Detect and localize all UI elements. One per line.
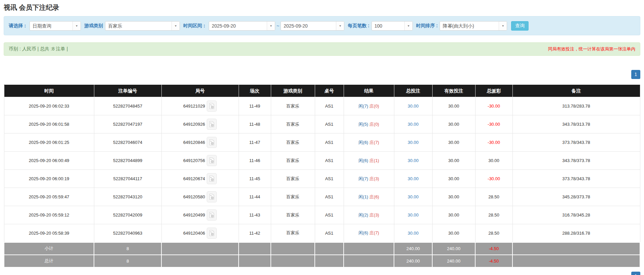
video-replay-button[interactable] <box>207 137 217 148</box>
table-body: 2025-09-20 06:02:33 522827048457 6491210… <box>4 97 640 242</box>
table-row: 2025-09-20 06:00:49 522827044899 6491207… <box>4 152 640 170</box>
cell-round-id: 649120926 <box>161 115 239 133</box>
result-player: 闲(7) <box>358 176 368 181</box>
cell-result: 闲(6) 庄(7) <box>344 133 394 152</box>
cell-result: 闲(7) 庄(0) <box>344 97 394 115</box>
result-banker: 庄(0) <box>369 104 379 109</box>
total-bet-link[interactable]: 30.00 <box>408 176 419 181</box>
video-replay-button[interactable] <box>207 191 217 202</box>
video-replay-button[interactable] <box>207 228 217 239</box>
page-size-select[interactable]: 100 ▾ <box>371 21 413 31</box>
col-round-id: 局号 <box>161 85 239 97</box>
cell-remark: 343.78/373.78 <box>512 152 640 170</box>
date-to-select[interactable]: 2025-09-20 ▾ <box>281 21 344 31</box>
game-type-select[interactable]: 百家乐 ▾ <box>105 21 180 31</box>
col-time: 时间 <box>4 85 94 97</box>
cell-session: 11-49 <box>239 97 271 115</box>
result-banker: 庄(7) <box>369 140 379 145</box>
total-bet-link[interactable]: 30.00 <box>408 158 419 163</box>
page-size-value: 100 <box>372 22 404 30</box>
subtotal-valid-bet: 240.00 <box>432 242 475 255</box>
video-replay-button[interactable] <box>207 119 217 130</box>
total-bet-link[interactable]: 30.00 <box>408 212 419 218</box>
cell-time: 2025-09-20 05:59:12 <box>4 206 94 224</box>
query-type-select[interactable]: 日期查询 ▾ <box>30 21 81 31</box>
date-from-value: 2025-09-20 <box>209 22 267 30</box>
cell-time: 2025-09-20 05:59:47 <box>4 188 94 206</box>
chevron-down-icon[interactable]: ▾ <box>267 22 275 30</box>
cell-remark: 288.28/316.78 <box>512 224 640 242</box>
total-bet-link[interactable]: 30.00 <box>408 104 419 109</box>
total-bet-link[interactable]: 30.00 <box>408 194 419 199</box>
time-sort-select[interactable]: 降幂(由大到小) ▾ <box>440 21 507 31</box>
cell-session: 11-42 <box>239 224 271 242</box>
cell-game-type: 百家乐 <box>271 97 315 115</box>
cell-result: 闲(6) 庄(1) <box>344 152 394 170</box>
total-payout: -4.50 <box>475 255 512 267</box>
cell-valid-bet: 30.00 <box>432 170 475 188</box>
cell-result: 闲(5) 庄(0) <box>344 115 394 133</box>
cell-bet-id: 522827044117 <box>94 170 161 188</box>
cell-payout: 28.50 <box>475 188 512 206</box>
total-count: 8 <box>94 255 161 267</box>
cell-total-bet: 30.00 <box>394 115 432 133</box>
cell-remark: 345.28/373.78 <box>512 188 640 206</box>
cell-total-bet: 30.00 <box>394 133 432 152</box>
total-bet-link[interactable]: 30.00 <box>408 122 419 127</box>
cell-table-no: AS1 <box>315 133 344 152</box>
cell-remark: 373.78/343.78 <box>512 133 640 152</box>
film-file-icon <box>209 121 214 127</box>
cell-table-no: AS1 <box>315 170 344 188</box>
summary-currency-total: 币别 : 人民币 | 总共 :8 注单 | <box>9 46 68 52</box>
chevron-down-icon[interactable]: ▾ <box>171 22 180 30</box>
date-from-select[interactable]: 2025-09-20 ▾ <box>209 21 275 31</box>
cell-valid-bet: 30.00 <box>432 206 475 224</box>
cell-round-id: 649120580 <box>161 188 239 206</box>
video-replay-button[interactable] <box>207 101 217 112</box>
chevron-down-icon[interactable]: ▾ <box>404 22 412 30</box>
cell-game-type: 百家乐 <box>271 188 315 206</box>
col-table-no: 桌号 <box>315 85 344 97</box>
cell-round-id: 649120406 <box>161 224 239 242</box>
cell-table-no: AS1 <box>315 224 344 242</box>
total-bet-link[interactable]: 30.00 <box>408 140 419 145</box>
pagination-page-1-bottom[interactable]: 1 <box>631 272 640 275</box>
cell-bet-id: 522827043120 <box>94 188 161 206</box>
col-bet-id: 注单编号 <box>94 85 161 97</box>
total-row: 总计 8 240.00 240.00 -4.50 <box>4 255 640 267</box>
film-file-icon <box>209 103 214 109</box>
cell-total-bet: 30.00 <box>394 152 432 170</box>
cell-bet-id: 522827040963 <box>94 224 161 242</box>
cell-valid-bet: 30.00 <box>432 188 475 206</box>
table-header-row: 时间 注单编号 局号 场次 游戏类别 桌号 结果 总投注 有效投注 总派彩 备注 <box>4 85 640 97</box>
search-button[interactable]: 查询 <box>511 21 529 31</box>
page-size-label: 每页笔数 : <box>348 23 369 29</box>
cell-payout: -30.00 <box>475 115 512 133</box>
cell-payout: 30.00 <box>475 152 512 170</box>
cell-bet-id: 522827046074 <box>94 133 161 152</box>
total-bet-link[interactable]: 30.00 <box>408 231 419 236</box>
film-file-icon <box>209 157 214 164</box>
pagination-page-1[interactable]: 1 <box>631 70 640 79</box>
col-valid-bet: 有效投注 <box>432 85 475 97</box>
cell-session: 11-47 <box>239 133 271 152</box>
cell-game-type: 百家乐 <box>271 133 315 152</box>
chevron-down-icon[interactable]: ▾ <box>72 22 81 30</box>
subtotal-label: 小计 <box>4 242 94 255</box>
result-banker: 庄(7) <box>369 230 379 235</box>
cell-valid-bet: 30.00 <box>432 224 475 242</box>
cell-time: 2025-09-20 05:58:39 <box>4 224 94 242</box>
video-replay-button[interactable] <box>207 155 217 166</box>
chevron-down-icon[interactable]: ▾ <box>499 22 507 30</box>
col-payout: 总派彩 <box>475 85 512 97</box>
cell-game-type: 百家乐 <box>271 170 315 188</box>
cell-remark: 373.78/343.78 <box>512 170 640 188</box>
cell-total-bet: 30.00 <box>394 206 432 224</box>
cell-remark: 316.78/345.28 <box>512 206 640 224</box>
chevron-down-icon[interactable]: ▾ <box>336 22 344 30</box>
table-row: 2025-09-20 05:58:39 522827040963 6491204… <box>4 224 640 242</box>
total-total-bet: 240.00 <box>394 255 432 267</box>
video-replay-button[interactable] <box>207 209 217 221</box>
video-replay-button[interactable] <box>207 173 217 184</box>
cell-time: 2025-09-20 06:00:49 <box>4 152 94 170</box>
